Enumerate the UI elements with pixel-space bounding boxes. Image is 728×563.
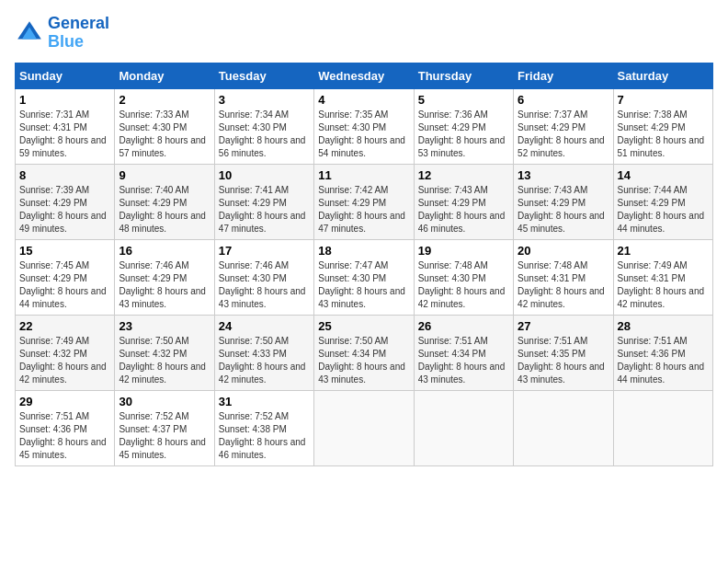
day-detail: Sunrise: 7:48 AMSunset: 4:30 PMDaylight:…	[418, 259, 509, 311]
day-number: 29	[19, 395, 110, 408]
day-detail: Sunrise: 7:50 AMSunset: 4:33 PMDaylight:…	[219, 335, 310, 386]
day-number: 26	[418, 319, 509, 333]
day-detail: Sunrise: 7:49 AMSunset: 4:32 PMDaylight:…	[19, 335, 110, 386]
day-number: 11	[318, 168, 409, 182]
day-cell: 10Sunrise: 7:41 AMSunset: 4:29 PMDayligh…	[214, 164, 313, 239]
day-number: 12	[418, 168, 509, 182]
day-detail: Sunrise: 7:45 AMSunset: 4:29 PMDaylight:…	[19, 259, 110, 311]
day-detail: Sunrise: 7:37 AMSunset: 4:29 PMDaylight:…	[518, 109, 609, 160]
day-cell: 2Sunrise: 7:33 AMSunset: 4:30 PMDaylight…	[115, 88, 214, 164]
day-cell: 15Sunrise: 7:45 AMSunset: 4:29 PMDayligh…	[16, 239, 115, 315]
day-cell: 27Sunrise: 7:51 AMSunset: 4:35 PMDayligh…	[514, 315, 613, 390]
day-detail: Sunrise: 7:43 AMSunset: 4:29 PMDaylight:…	[518, 184, 609, 236]
day-number: 15	[19, 244, 110, 258]
day-detail: Sunrise: 7:39 AMSunset: 4:29 PMDaylight:…	[19, 184, 110, 236]
day-number: 24	[219, 319, 310, 333]
day-cell: 22Sunrise: 7:49 AMSunset: 4:32 PMDayligh…	[16, 315, 115, 390]
day-cell: 26Sunrise: 7:51 AMSunset: 4:34 PMDayligh…	[414, 315, 513, 390]
day-cell: 14Sunrise: 7:44 AMSunset: 4:29 PMDayligh…	[613, 164, 712, 239]
logo-icon	[15, 18, 44, 48]
day-number: 6	[518, 93, 609, 107]
day-cell: 4Sunrise: 7:35 AMSunset: 4:30 PMDaylight…	[314, 88, 414, 164]
day-number: 19	[418, 244, 509, 258]
day-cell	[414, 390, 513, 465]
day-cell: 9Sunrise: 7:40 AMSunset: 4:29 PMDaylight…	[115, 164, 214, 239]
day-detail: Sunrise: 7:38 AMSunset: 4:29 PMDaylight:…	[618, 109, 709, 160]
week-row-1: 1Sunrise: 7:31 AMSunset: 4:31 PMDaylight…	[16, 88, 713, 164]
day-cell: 6Sunrise: 7:37 AMSunset: 4:29 PMDaylight…	[514, 88, 613, 164]
day-number: 18	[318, 244, 409, 258]
day-number: 31	[219, 395, 310, 408]
day-number: 20	[518, 244, 609, 258]
day-number: 13	[518, 168, 609, 182]
day-detail: Sunrise: 7:49 AMSunset: 4:31 PMDaylight:…	[618, 259, 709, 311]
day-cell: 18Sunrise: 7:47 AMSunset: 4:30 PMDayligh…	[314, 239, 414, 315]
day-number: 9	[119, 168, 210, 182]
day-number: 2	[119, 93, 210, 107]
day-cell: 30Sunrise: 7:52 AMSunset: 4:37 PMDayligh…	[115, 390, 214, 465]
day-cell: 11Sunrise: 7:42 AMSunset: 4:29 PMDayligh…	[314, 164, 414, 239]
day-number: 14	[618, 168, 709, 182]
day-detail: Sunrise: 7:41 AMSunset: 4:29 PMDaylight:…	[219, 184, 310, 236]
col-header-thursday: Thursday	[414, 63, 513, 88]
day-detail: Sunrise: 7:51 AMSunset: 4:35 PMDaylight:…	[518, 335, 609, 386]
day-cell: 25Sunrise: 7:50 AMSunset: 4:34 PMDayligh…	[314, 315, 414, 390]
day-detail: Sunrise: 7:46 AMSunset: 4:30 PMDaylight:…	[219, 259, 310, 311]
day-detail: Sunrise: 7:52 AMSunset: 4:38 PMDaylight:…	[219, 410, 310, 462]
day-detail: Sunrise: 7:36 AMSunset: 4:29 PMDaylight:…	[418, 109, 509, 160]
day-detail: Sunrise: 7:48 AMSunset: 4:31 PMDaylight:…	[518, 259, 609, 311]
col-header-friday: Friday	[514, 63, 613, 88]
week-row-2: 8Sunrise: 7:39 AMSunset: 4:29 PMDaylight…	[16, 164, 713, 239]
col-header-wednesday: Wednesday	[314, 63, 414, 88]
day-number: 28	[618, 319, 709, 333]
day-number: 4	[318, 93, 409, 107]
day-cell: 21Sunrise: 7:49 AMSunset: 4:31 PMDayligh…	[613, 239, 712, 315]
week-row-4: 22Sunrise: 7:49 AMSunset: 4:32 PMDayligh…	[16, 315, 713, 390]
day-detail: Sunrise: 7:44 AMSunset: 4:29 PMDaylight:…	[618, 184, 709, 236]
day-detail: Sunrise: 7:52 AMSunset: 4:37 PMDaylight:…	[119, 410, 210, 462]
col-header-monday: Monday	[115, 63, 214, 88]
day-number: 27	[518, 319, 609, 333]
day-cell: 17Sunrise: 7:46 AMSunset: 4:30 PMDayligh…	[214, 239, 313, 315]
col-header-sunday: Sunday	[16, 63, 115, 88]
day-number: 22	[19, 319, 110, 333]
col-header-tuesday: Tuesday	[214, 63, 313, 88]
day-detail: Sunrise: 7:42 AMSunset: 4:29 PMDaylight:…	[318, 184, 409, 236]
day-detail: Sunrise: 7:31 AMSunset: 4:31 PMDaylight:…	[19, 109, 110, 160]
day-cell	[314, 390, 414, 465]
day-cell: 23Sunrise: 7:50 AMSunset: 4:32 PMDayligh…	[115, 315, 214, 390]
day-cell: 1Sunrise: 7:31 AMSunset: 4:31 PMDaylight…	[16, 88, 115, 164]
col-header-saturday: Saturday	[613, 63, 712, 88]
day-number: 23	[119, 319, 210, 333]
day-detail: Sunrise: 7:40 AMSunset: 4:29 PMDaylight:…	[119, 184, 210, 236]
day-cell: 5Sunrise: 7:36 AMSunset: 4:29 PMDaylight…	[414, 88, 513, 164]
day-number: 10	[219, 168, 310, 182]
day-cell: 13Sunrise: 7:43 AMSunset: 4:29 PMDayligh…	[514, 164, 613, 239]
day-cell: 29Sunrise: 7:51 AMSunset: 4:36 PMDayligh…	[16, 390, 115, 465]
week-row-3: 15Sunrise: 7:45 AMSunset: 4:29 PMDayligh…	[16, 239, 713, 315]
page-header: General Blue	[15, 15, 713, 52]
day-number: 25	[318, 319, 409, 333]
day-cell: 19Sunrise: 7:48 AMSunset: 4:30 PMDayligh…	[414, 239, 513, 315]
day-detail: Sunrise: 7:47 AMSunset: 4:30 PMDaylight:…	[318, 259, 409, 311]
day-number: 3	[219, 93, 310, 107]
logo: General Blue	[15, 15, 109, 52]
day-cell	[613, 390, 712, 465]
day-detail: Sunrise: 7:50 AMSunset: 4:34 PMDaylight:…	[318, 335, 409, 386]
day-cell: 20Sunrise: 7:48 AMSunset: 4:31 PMDayligh…	[514, 239, 613, 315]
day-detail: Sunrise: 7:51 AMSunset: 4:36 PMDaylight:…	[618, 335, 709, 386]
week-row-5: 29Sunrise: 7:51 AMSunset: 4:36 PMDayligh…	[16, 390, 713, 465]
day-number: 17	[219, 244, 310, 258]
day-number: 7	[618, 93, 709, 107]
day-number: 1	[19, 93, 110, 107]
day-detail: Sunrise: 7:51 AMSunset: 4:34 PMDaylight:…	[418, 335, 509, 386]
day-detail: Sunrise: 7:51 AMSunset: 4:36 PMDaylight:…	[19, 410, 110, 462]
day-cell	[514, 390, 613, 465]
day-detail: Sunrise: 7:43 AMSunset: 4:29 PMDaylight:…	[418, 184, 509, 236]
day-detail: Sunrise: 7:50 AMSunset: 4:32 PMDaylight:…	[119, 335, 210, 386]
day-detail: Sunrise: 7:46 AMSunset: 4:29 PMDaylight:…	[119, 259, 210, 311]
day-cell: 7Sunrise: 7:38 AMSunset: 4:29 PMDaylight…	[613, 88, 712, 164]
day-detail: Sunrise: 7:35 AMSunset: 4:30 PMDaylight:…	[318, 109, 409, 160]
day-cell: 28Sunrise: 7:51 AMSunset: 4:36 PMDayligh…	[613, 315, 712, 390]
day-cell: 12Sunrise: 7:43 AMSunset: 4:29 PMDayligh…	[414, 164, 513, 239]
